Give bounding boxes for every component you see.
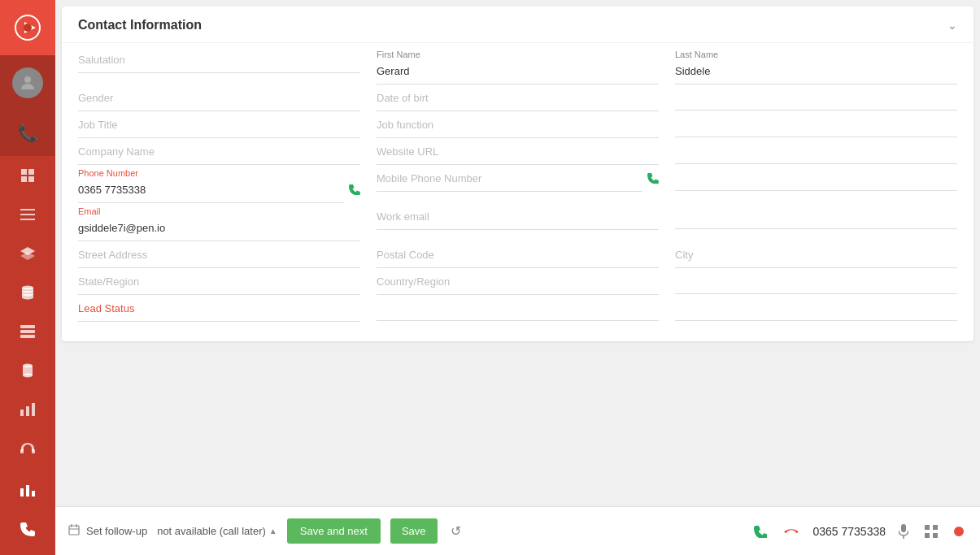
city-placeholder: City xyxy=(675,245,957,268)
sidebar-item-cylinder[interactable] xyxy=(0,351,55,390)
field-empty-6 xyxy=(675,271,957,295)
field-empty-4 xyxy=(675,168,957,203)
company-name-placeholder: Company Name xyxy=(78,141,360,165)
phone-number-value: 0365 7735338 xyxy=(78,180,344,203)
field-work-email[interactable]: Work email xyxy=(377,206,659,241)
field-email[interactable]: Email gsiddele7i@pen.io xyxy=(78,206,360,241)
sidebar-item-dashboard[interactable] xyxy=(0,156,55,195)
svg-marker-12 xyxy=(20,252,35,260)
reset-button[interactable]: ↺ xyxy=(447,520,464,542)
field-first-name[interactable]: First Name Gerard xyxy=(377,50,659,85)
state-region-placeholder: State/Region xyxy=(78,271,360,295)
field-lead-status[interactable]: Lead Status xyxy=(78,298,360,322)
field-postal-code[interactable]: Postal Code xyxy=(377,245,659,268)
svg-rect-35 xyxy=(933,525,938,530)
field-empty-2 xyxy=(675,115,957,138)
svg-rect-6 xyxy=(21,176,27,182)
toolbar-mic-button[interactable] xyxy=(895,522,912,540)
save-button[interactable]: Save xyxy=(390,518,438,544)
svg-rect-23 xyxy=(20,449,24,453)
sidebar-phone-active[interactable]: 📞 xyxy=(0,111,55,156)
form-area[interactable]: Contact Information ⌄ Salutation First N… xyxy=(55,0,980,506)
svg-rect-37 xyxy=(933,533,938,538)
svg-point-2 xyxy=(24,24,32,32)
salutation-value: Salutation xyxy=(78,50,360,73)
sidebar-item-chart[interactable] xyxy=(0,390,55,429)
row-name: Salutation First Name Gerard Last Name S… xyxy=(78,50,957,85)
sidebar: 📞 xyxy=(0,0,55,555)
svg-rect-9 xyxy=(20,214,35,215)
toolbar-grid-button[interactable] xyxy=(921,523,941,540)
contact-card: Contact Information ⌄ Salutation First N… xyxy=(62,7,973,341)
svg-point-38 xyxy=(954,527,964,536)
sidebar-item-headset[interactable] xyxy=(0,429,55,468)
app-logo[interactable] xyxy=(0,0,55,55)
toolbar-right: 0365 7735338 xyxy=(751,522,967,540)
field-empty-8 xyxy=(675,298,957,322)
last-name-value: Siddele xyxy=(675,61,957,85)
svg-rect-4 xyxy=(21,169,27,175)
svg-rect-21 xyxy=(26,406,29,416)
lead-status-placeholder: Lead Status xyxy=(78,298,360,322)
svg-rect-27 xyxy=(32,491,35,496)
field-phone-number[interactable]: Phone Number 0365 7735338 xyxy=(78,168,360,203)
svg-point-3 xyxy=(24,76,31,83)
toolbar-hangup-button[interactable] xyxy=(780,524,803,539)
form-grid: Salutation First Name Gerard Last Name S… xyxy=(62,43,973,341)
field-company-name[interactable]: Company Name xyxy=(78,141,360,165)
sidebar-item-stack[interactable] xyxy=(0,312,55,351)
calendar-icon xyxy=(68,524,80,538)
row-state-country: State/Region Country/Region xyxy=(78,271,957,295)
field-street-address[interactable]: Street Address xyxy=(78,245,360,268)
email-label: Email xyxy=(78,206,360,216)
field-empty-1 xyxy=(675,88,957,111)
save-and-next-button[interactable]: Save and next xyxy=(287,518,381,544)
phone-active-icon: 📞 xyxy=(18,124,38,143)
field-mobile-phone[interactable]: Mobile Phone Number xyxy=(377,168,659,203)
availability-dropdown[interactable]: not available (call later) ▲ xyxy=(157,525,277,537)
sidebar-item-layers[interactable] xyxy=(0,234,55,273)
mobile-phone-icon[interactable] xyxy=(647,172,659,187)
sidebar-item-stats[interactable] xyxy=(0,470,55,509)
field-city[interactable]: City xyxy=(675,245,957,268)
field-salutation[interactable]: Salutation xyxy=(78,50,360,85)
sidebar-item-list[interactable] xyxy=(0,195,55,234)
svg-rect-8 xyxy=(20,209,35,210)
dob-placeholder: Date of birt xyxy=(377,88,659,111)
phone-number-with-icon: 0365 7735338 xyxy=(78,180,360,203)
phone-number-label: Phone Number xyxy=(78,168,360,178)
first-name-label: First Name xyxy=(377,50,659,59)
field-dob[interactable]: Date of birt xyxy=(377,88,659,111)
field-job-title[interactable]: Job Title xyxy=(78,115,360,138)
field-last-name[interactable]: Last Name Siddele xyxy=(675,50,957,85)
toolbar-record-button[interactable] xyxy=(951,525,967,538)
svg-point-19 xyxy=(23,374,33,378)
svg-rect-20 xyxy=(20,410,24,416)
sidebar-item-database[interactable] xyxy=(0,273,55,312)
row-company: Company Name Website URL xyxy=(78,141,957,165)
first-name-value: Gerard xyxy=(377,61,659,85)
avatar-image xyxy=(12,67,43,98)
street-address-placeholder: Street Address xyxy=(78,245,360,268)
phone-call-icon[interactable] xyxy=(349,184,360,198)
field-website-url[interactable]: Website URL xyxy=(377,141,659,165)
dropdown-chevron-icon: ▲ xyxy=(269,527,277,535)
sidebar-item-phone-bottom[interactable] xyxy=(0,509,55,548)
card-title: Contact Information xyxy=(78,18,202,33)
follow-up-label: Set follow-up xyxy=(86,525,147,537)
field-job-function[interactable]: Job function xyxy=(377,115,659,138)
bottom-toolbar: Set follow-up not available (call later)… xyxy=(55,506,980,555)
toolbar-phone-button[interactable] xyxy=(751,523,770,540)
website-url-placeholder: Website URL xyxy=(377,141,659,165)
svg-rect-36 xyxy=(925,533,930,538)
field-empty-7 xyxy=(377,298,659,322)
field-gender[interactable]: Gender xyxy=(78,88,360,111)
svg-rect-34 xyxy=(925,525,930,530)
gender-placeholder: Gender xyxy=(78,88,360,111)
work-email-placeholder: Work email xyxy=(377,206,659,230)
collapse-icon[interactable]: ⌄ xyxy=(947,19,957,32)
user-avatar[interactable] xyxy=(0,55,55,111)
field-state-region[interactable]: State/Region xyxy=(78,271,360,295)
field-country-region[interactable]: Country/Region xyxy=(377,271,659,295)
row-lead-status: Lead Status xyxy=(78,298,957,322)
